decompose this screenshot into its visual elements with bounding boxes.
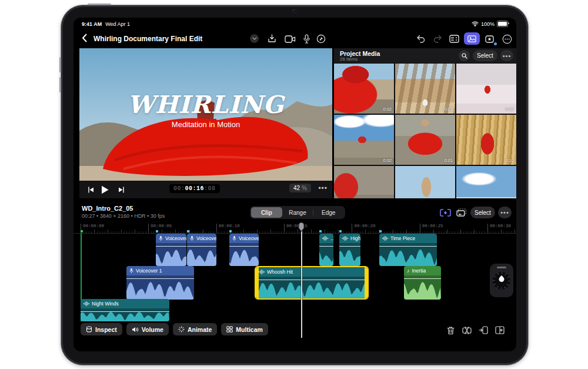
media-select-button[interactable]: Select (473, 50, 497, 61)
volume-line[interactable] (256, 280, 368, 280)
timeline-clip[interactable]: Time Piece (379, 234, 437, 266)
volume-button[interactable]: Volume (126, 323, 169, 335)
timeline-clip[interactable]: Voiceover 2 (187, 234, 216, 266)
clip-label: Night Winds (92, 301, 119, 307)
thumbnail-duration: 0:02 (505, 107, 514, 112)
title-chevron-icon[interactable] (250, 34, 259, 43)
skip-forward-icon[interactable] (116, 185, 126, 194)
camera-icon[interactable] (283, 33, 296, 45)
back-icon[interactable] (82, 34, 87, 42)
timeline-clip[interactable]: Whoosh Hit (255, 266, 369, 300)
volume-line[interactable] (404, 278, 441, 279)
thumbnail-duration: 0:01 (444, 158, 453, 163)
media-browser-icon[interactable] (464, 32, 480, 45)
project-title[interactable]: Whirling Documentary Final Edit (93, 35, 202, 43)
jog-handle[interactable] (497, 267, 506, 268)
picture-in-picture-icon[interactable] (455, 207, 469, 218)
status-bar: 9:41 AM Wed Apr 1 100% (74, 18, 516, 29)
import-icon[interactable] (265, 33, 278, 45)
microphone-icon[interactable] (300, 33, 313, 45)
ruler-label: 00:00:10 (216, 224, 240, 231)
viewer-video[interactable]: WHIRLING Meditation in Motion (79, 48, 332, 181)
playhead[interactable] (301, 222, 302, 338)
clip-label: Voiceover 2 (196, 235, 216, 241)
jog-wheel[interactable] (490, 264, 513, 297)
clip-label: High… (350, 235, 360, 241)
timeline-clip[interactable]: Voiceover 2 (156, 234, 186, 266)
replace-clip-icon[interactable] (493, 324, 506, 336)
media-thumbnail[interactable] (395, 166, 455, 198)
edit-mode-segmented: ClipRangeEdge (250, 206, 345, 219)
inspect-button[interactable]: Inspect (81, 323, 122, 335)
viewer: WHIRLING Meditation in Motion 00:00:16:0… (79, 48, 332, 198)
more-icon[interactable] (500, 33, 513, 45)
skip-back-icon[interactable] (85, 185, 96, 194)
clip-label: Voiceover 3 (239, 235, 259, 241)
pencil-icon[interactable] (315, 33, 328, 45)
playhead-handle[interactable] (298, 222, 305, 232)
transport-bar: 00:00:16:08 42% ••• (79, 181, 332, 198)
ruler-label: 00:00:05 (148, 224, 172, 231)
volume-line[interactable] (187, 246, 216, 247)
volume-up-button (59, 57, 61, 72)
animate-icon (178, 326, 185, 333)
volume-line[interactable] (379, 246, 437, 247)
timeline-clip[interactable]: Night Winds (81, 299, 169, 321)
mode-clip[interactable]: Clip (251, 207, 282, 218)
media-thumbnail[interactable]: 0:02 (334, 64, 394, 114)
volume-line[interactable] (229, 246, 259, 247)
tool-button-label: Multicam (236, 326, 263, 333)
viewer-more-icon[interactable]: ••• (318, 184, 328, 192)
timeline-clip[interactable]: Voiceover 1 (126, 266, 194, 300)
app-screen: 9:41 AM Wed Apr 1 100% Whirling Document… (74, 18, 516, 351)
volume-line[interactable] (339, 246, 360, 247)
media-grid: 0:020:030:020:020:010:10 (334, 64, 516, 198)
snapping-icon[interactable] (438, 207, 452, 218)
timeline-clip[interactable]: Voiceover 3 (229, 234, 259, 266)
trash-icon[interactable] (444, 324, 457, 336)
media-panel: Project Media 26 items Select ••• 0:020:… (334, 48, 516, 198)
redo-icon (431, 33, 444, 45)
volume-line[interactable] (126, 278, 194, 279)
multicam-button[interactable]: Multicam (221, 323, 268, 335)
media-more-icon[interactable]: ••• (500, 50, 513, 61)
blade-icon[interactable] (460, 324, 473, 336)
viewer-overlay-subtitle: Meditation in Motion (79, 120, 332, 129)
media-thumbnail[interactable]: 0:01 (395, 115, 455, 165)
undo-icon[interactable] (415, 33, 427, 45)
timeline-clip[interactable]: High… (339, 234, 360, 266)
volume-line[interactable] (156, 246, 186, 247)
inspector-icon[interactable] (447, 33, 460, 45)
timeline-tracks: Voiceover 2Voiceover 2Voiceover 3…High…T… (74, 233, 516, 321)
timeline-clip[interactable]: … (319, 234, 333, 266)
viewer-zoom[interactable]: 42% (289, 184, 311, 192)
battery-percent: 100% (481, 21, 495, 27)
media-thumbnail[interactable]: 0:03 (395, 64, 455, 114)
media-thumbnail[interactable] (334, 166, 394, 198)
timeline-more-icon[interactable]: ••• (498, 207, 512, 218)
timeline-select-button[interactable]: Select (470, 207, 495, 218)
mode-edge[interactable]: Edge (313, 207, 344, 218)
mode-range[interactable]: Range (282, 207, 313, 218)
insert-clip-icon[interactable] (477, 324, 490, 336)
connection-mark (156, 230, 158, 232)
effects-badge (494, 42, 497, 45)
media-thumbnail[interactable]: 0:02 (334, 115, 394, 165)
volume-line[interactable] (319, 246, 333, 247)
bottom-toolbar: InspectVolumeAnimateMulticam (74, 323, 516, 337)
clip-label: Voiceover 1 (136, 268, 162, 274)
media-thumbnail[interactable]: 0:02 (456, 64, 516, 114)
effects-icon[interactable] (483, 33, 496, 45)
clip-label: Voiceover 2 (165, 235, 186, 241)
timeline-ruler[interactable]: 00:00:0000:00:0500:00:1000:00:1500:00:20… (74, 222, 516, 234)
play-icon[interactable] (99, 185, 110, 194)
media-thumbnail[interactable] (456, 166, 516, 198)
ruler-label: 00:00:30 (487, 224, 511, 231)
animate-button[interactable]: Animate (173, 323, 217, 335)
connection-mark (187, 230, 189, 232)
timeline-clip[interactable]: ♪Inertia (404, 266, 441, 300)
media-thumbnail[interactable]: 0:10 (456, 115, 516, 165)
search-icon[interactable] (459, 50, 470, 61)
music-note-icon: ♪ (407, 268, 410, 274)
timecode[interactable]: 00:00:16:08 (169, 184, 220, 193)
